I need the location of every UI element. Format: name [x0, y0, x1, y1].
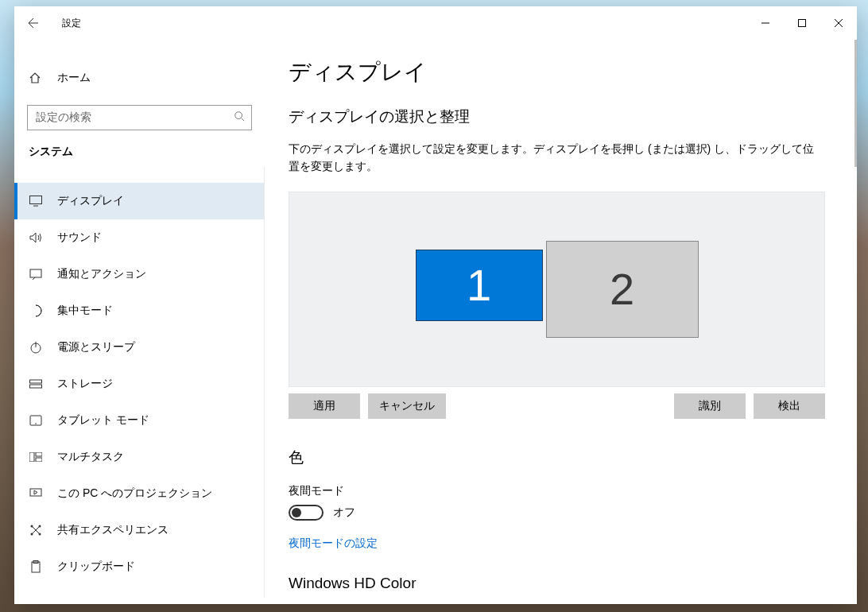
tablet-icon — [29, 415, 43, 426]
svg-rect-5 — [30, 380, 42, 383]
arrange-help: 下のディスプレイを選択して設定を変更します。ディスプレイを長押し (または選択)… — [289, 140, 825, 176]
apply-button[interactable]: 適用 — [289, 393, 360, 419]
maximize-icon — [798, 19, 806, 27]
hd-color-title: Windows HD Color — [289, 575, 825, 592]
sidebar-item-multitask[interactable]: マルチタスク — [14, 439, 264, 475]
search-icon — [234, 110, 245, 125]
power-icon — [29, 341, 43, 354]
svg-rect-6 — [30, 385, 42, 388]
display-icon — [29, 196, 43, 207]
search-input[interactable]: 設定の検索 — [27, 105, 252, 130]
shared-icon — [29, 524, 43, 536]
sound-icon — [29, 232, 43, 243]
minimize-button[interactable] — [747, 10, 784, 36]
svg-rect-12 — [30, 489, 41, 496]
home-button[interactable]: ホーム — [14, 60, 265, 95]
svg-point-15 — [31, 533, 33, 536]
sidebar-item-power[interactable]: 電源とスリープ — [14, 329, 264, 366]
toggle-state: オフ — [333, 505, 355, 520]
svg-rect-11 — [36, 458, 42, 462]
display-arrange-area[interactable]: 1 2 — [289, 192, 825, 387]
back-arrow-icon — [27, 17, 40, 29]
storage-icon — [29, 379, 43, 389]
svg-rect-10 — [36, 452, 42, 456]
night-mode-toggle[interactable] — [289, 505, 324, 521]
svg-rect-9 — [29, 452, 34, 462]
sidebar-item-clipboard[interactable]: クリップボード — [14, 548, 264, 585]
arrange-buttons: 適用 キャンセル 識別 検出 — [289, 393, 825, 419]
arrange-title: ディスプレイの選択と整理 — [289, 107, 825, 127]
sidebar-item-tablet[interactable]: タブレット モード — [14, 402, 264, 439]
svg-rect-2 — [30, 196, 42, 204]
sidebar-item-projection[interactable]: この PC へのプロジェクション — [14, 475, 264, 512]
home-label: ホーム — [57, 71, 91, 85]
search-placeholder: 設定の検索 — [36, 110, 234, 125]
close-button[interactable] — [820, 10, 857, 36]
svg-point-13 — [31, 525, 33, 528]
sidebar-item-storage[interactable]: ストレージ — [14, 366, 264, 402]
svg-point-16 — [39, 533, 41, 536]
night-mode-toggle-row: オフ — [289, 505, 825, 521]
sidebar-item-sound[interactable]: サウンド — [14, 219, 264, 256]
svg-rect-3 — [30, 269, 41, 277]
monitor-1[interactable]: 1 — [416, 250, 543, 321]
nav-list: ディスプレイ サウンド 通知とアクション 集中モード 電源とスリープ — [14, 167, 265, 598]
night-mode-label: 夜間モード — [289, 484, 825, 498]
focus-icon — [29, 304, 43, 317]
detect-button[interactable]: 検出 — [754, 393, 825, 419]
sidebar-item-shared[interactable]: 共有エクスペリエンス — [14, 512, 264, 548]
projection-icon — [29, 488, 43, 499]
night-mode-settings-link[interactable]: 夜間モードの設定 — [289, 536, 825, 551]
back-button[interactable] — [14, 6, 52, 40]
svg-point-14 — [39, 525, 41, 528]
settings-window: 設定 ホーム 設定の検索 — [14, 6, 857, 604]
search-wrap: 設定の検索 — [14, 95, 265, 138]
sidebar-item-notifications[interactable]: 通知とアクション — [14, 256, 264, 292]
scrollbar[interactable] — [854, 40, 857, 167]
maximize-button[interactable] — [784, 10, 820, 36]
svg-point-1 — [235, 112, 242, 119]
category-label: システム — [14, 138, 265, 167]
color-title: 色 — [289, 447, 825, 468]
svg-point-8 — [35, 423, 37, 424]
multitask-icon — [29, 452, 43, 462]
sidebar: ホーム 設定の検索 システム ディスプレイ サウンド — [14, 40, 265, 604]
sidebar-item-focus[interactable]: 集中モード — [14, 292, 264, 329]
svg-rect-0 — [799, 20, 806, 27]
home-icon — [29, 72, 43, 84]
body-area: ホーム 設定の検索 システム ディスプレイ サウンド — [14, 40, 857, 604]
window-title: 設定 — [62, 17, 81, 30]
notifications-icon — [29, 269, 43, 280]
content[interactable]: ディスプレイ ディスプレイの選択と整理 下のディスプレイを選択して設定を変更しま… — [265, 40, 857, 604]
window-controls — [747, 10, 857, 36]
cancel-button[interactable]: キャンセル — [368, 393, 446, 419]
monitor-2[interactable]: 2 — [546, 241, 699, 338]
minimize-icon — [761, 19, 769, 27]
titlebar: 設定 — [14, 6, 857, 40]
clipboard-icon — [29, 560, 43, 573]
close-icon — [835, 19, 843, 27]
color-section: 色 夜間モード オフ 夜間モードの設定 — [289, 447, 825, 551]
toggle-knob — [292, 508, 301, 517]
identify-button[interactable]: 識別 — [674, 393, 746, 419]
page-title: ディスプレイ — [289, 57, 825, 87]
sidebar-item-display[interactable]: ディスプレイ — [14, 183, 264, 219]
